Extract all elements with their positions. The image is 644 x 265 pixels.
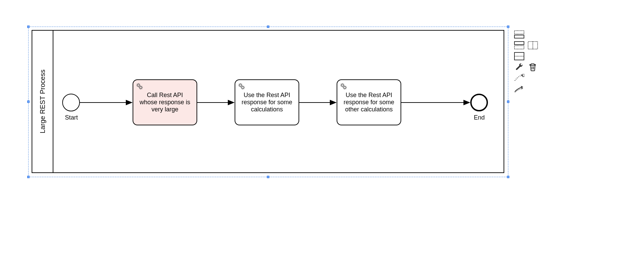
svg-point-5 — [344, 87, 346, 89]
service-task-calc-2[interactable]: Use the Rest API response for some other… — [337, 79, 401, 125]
service-task-call-api[interactable]: Call Rest API whose response is very lar… — [133, 79, 197, 125]
selection-handle[interactable] — [507, 26, 509, 28]
start-event[interactable] — [62, 94, 80, 111]
svg-rect-22 — [523, 74, 524, 77]
lane-insert-above-icon[interactable] — [513, 41, 525, 50]
task-label: Use the Rest API response for some other… — [341, 92, 396, 113]
svg-point-3 — [242, 87, 244, 89]
selection-handle[interactable] — [27, 100, 30, 103]
svg-rect-12 — [514, 35, 524, 38]
selection-handle[interactable] — [507, 100, 509, 103]
gear-icon — [135, 82, 143, 92]
svg-rect-13 — [514, 42, 524, 45]
pool-title: Large REST Process — [39, 69, 47, 134]
connect-dotted-icon[interactable] — [513, 74, 525, 82]
selection-handle[interactable] — [27, 26, 30, 28]
selection-handle[interactable] — [267, 26, 269, 28]
svg-rect-14 — [514, 46, 524, 49]
service-task-calc-1[interactable]: Use the Rest API response for some calcu… — [235, 79, 299, 125]
svg-rect-15 — [528, 42, 538, 49]
selection-handle[interactable] — [27, 176, 30, 178]
selection-handle[interactable] — [267, 176, 269, 178]
pool-header[interactable]: Large REST Process — [32, 31, 53, 172]
lane-insert-right-icon[interactable] — [527, 41, 539, 50]
svg-rect-11 — [514, 31, 524, 34]
svg-point-0 — [137, 84, 139, 86]
start-event-label: Start — [65, 114, 78, 121]
svg-point-2 — [239, 84, 241, 86]
gear-icon — [339, 82, 348, 92]
wrench-icon[interactable] — [513, 63, 525, 72]
gear-icon — [237, 82, 245, 92]
lane-divide-icon[interactable] — [513, 52, 525, 61]
task-label: Use the Rest API response for some calcu… — [239, 92, 294, 113]
connect-solid-dashed-icon[interactable] — [513, 84, 525, 93]
selection-handle[interactable] — [507, 176, 509, 178]
svg-point-1 — [140, 87, 142, 89]
context-toolbar — [513, 30, 539, 93]
end-event[interactable] — [470, 94, 488, 111]
end-event-label: End — [473, 114, 485, 121]
task-label: Call Rest API whose response is very lar… — [137, 92, 192, 113]
lane-insert-below-icon[interactable] — [513, 30, 525, 39]
svg-point-4 — [341, 84, 343, 86]
trash-icon[interactable] — [527, 63, 539, 72]
diagram-canvas[interactable]: Large REST Process Start Call Rest API w… — [0, 0, 644, 265]
